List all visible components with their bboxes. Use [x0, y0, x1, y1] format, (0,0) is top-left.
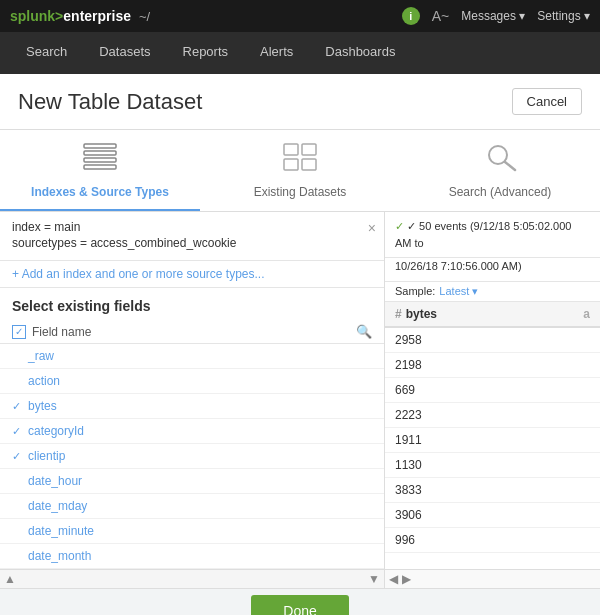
close-source-button[interactable]: × [368, 220, 376, 236]
svg-rect-2 [84, 158, 116, 162]
scroll-up-arrow[interactable]: ▲ [4, 572, 16, 586]
search-advanced-icon [482, 142, 518, 179]
tab-indexes-source-types[interactable]: Indexes & Source Types [0, 142, 200, 211]
field-item[interactable]: ✓ bytes [0, 394, 384, 419]
data-row[interactable]: 669 [385, 378, 600, 403]
page-title: New Table Dataset [18, 89, 202, 115]
field-name-label: Field name [32, 325, 91, 339]
field-item[interactable]: date_hour [0, 469, 384, 494]
left-scroll-bar: ▲ ▼ [0, 569, 384, 588]
sample-row: Sample: Latest ▾ [385, 282, 600, 302]
field-name-row: ✓ Field name 🔍 [0, 320, 384, 344]
done-button[interactable]: Done [251, 595, 348, 616]
messages-link[interactable]: Messages ▾ [461, 9, 525, 23]
field-item[interactable]: action [0, 369, 384, 394]
field-item[interactable]: date_month [0, 544, 384, 569]
info-icon[interactable]: i [402, 7, 420, 25]
col-bytes-header[interactable]: bytes [406, 307, 584, 321]
existing-datasets-icon [282, 142, 318, 179]
top-bar: splunk>enterprise ~/ i A~ Messages ▾ Set… [0, 0, 600, 32]
events-date-range: 10/26/18 7:10:56.000 AM) [385, 258, 600, 282]
field-search-icon[interactable]: 🔍 [356, 324, 372, 339]
data-rows: 2958 2198 669 2223 1911 1130 3833 3906 9… [385, 328, 600, 570]
tab-existing-datasets[interactable]: Existing Datasets [200, 142, 400, 211]
field-name-left: ✓ Field name [12, 325, 91, 339]
tab-label-existing: Existing Datasets [254, 185, 347, 199]
right-panel-scroll: ◀ ▶ [385, 569, 600, 588]
nav-item-alerts[interactable]: Alerts [244, 32, 309, 74]
main-area: index = main sourcetypes = access_combin… [0, 212, 600, 588]
scroll-down-arrow[interactable]: ▼ [368, 572, 380, 586]
svg-rect-7 [302, 159, 316, 170]
svg-rect-5 [302, 144, 316, 155]
source-info: index = main sourcetypes = access_combin… [0, 212, 384, 261]
add-index-link[interactable]: + Add an index and one or more source ty… [0, 261, 384, 288]
table-header-row: # bytes a [385, 302, 600, 328]
svg-rect-4 [284, 144, 298, 155]
left-panel: index = main sourcetypes = access_combin… [0, 212, 385, 588]
data-row[interactable]: 3833 [385, 478, 600, 503]
index-line: index = main [12, 220, 372, 234]
indexes-icon [82, 142, 118, 179]
data-row[interactable]: 2958 [385, 328, 600, 353]
field-item[interactable]: ✓ categoryId [0, 419, 384, 444]
tab-label-indexes: Indexes & Source Types [31, 185, 169, 199]
col-hash: # [395, 307, 402, 321]
data-row[interactable]: 3906 [385, 503, 600, 528]
tab-label-search: Search (Advanced) [449, 185, 552, 199]
nav-item-reports[interactable]: Reports [167, 32, 245, 74]
top-bar-left: splunk>enterprise ~/ [10, 8, 150, 24]
sample-dropdown[interactable]: Latest ▾ [439, 285, 478, 298]
sourcetype-line: sourcetypes = access_combined_wcookie [12, 236, 372, 250]
svg-rect-3 [84, 165, 116, 169]
data-row[interactable]: 1911 [385, 428, 600, 453]
field-item[interactable]: date_mday [0, 494, 384, 519]
scroll-left-icon[interactable]: ◀ [389, 572, 398, 586]
field-item[interactable]: _raw [0, 344, 384, 369]
cancel-button[interactable]: Cancel [512, 88, 582, 115]
data-row[interactable]: 2198 [385, 353, 600, 378]
tab-search-advanced[interactable]: Search (Advanced) [400, 142, 600, 211]
tabs-section: Indexes & Source Types Existing Datasets [0, 130, 600, 212]
data-row[interactable]: 2223 [385, 403, 600, 428]
nav-item-search[interactable]: Search [10, 32, 83, 74]
svg-rect-6 [284, 159, 298, 170]
fields-list[interactable]: _raw action ✓ bytes ✓ categoryId ✓ clien… [0, 344, 384, 569]
svg-line-9 [505, 162, 515, 170]
tab-icons: Indexes & Source Types Existing Datasets [0, 130, 600, 211]
nav-bar: Search Datasets Reports Alerts Dashboard… [0, 32, 600, 74]
select-all-checkbox[interactable]: ✓ [12, 325, 26, 339]
select-fields-header: Select existing fields [0, 288, 384, 320]
splunk-logo: splunk>enterprise [10, 8, 131, 24]
events-count: ✓ 50 events (9/12/18 5:05:02.000 AM to [395, 220, 571, 249]
activity-icon[interactable]: A~ [432, 8, 450, 24]
field-item[interactable]: ✓ clientip [0, 444, 384, 469]
col-extra-header: a [583, 307, 590, 321]
check-icon: ✓ [395, 220, 404, 232]
top-bar-right: i A~ Messages ▾ Settings ▾ [402, 7, 590, 25]
data-row[interactable]: 996 [385, 528, 600, 553]
settings-link[interactable]: Settings ▾ [537, 9, 590, 23]
field-item[interactable]: date_minute [0, 519, 384, 544]
events-info: ✓ ✓ 50 events (9/12/18 5:05:02.000 AM to [385, 212, 600, 258]
data-row[interactable]: 1130 [385, 453, 600, 478]
nav-item-datasets[interactable]: Datasets [83, 32, 166, 74]
nav-item-dashboards[interactable]: Dashboards [309, 32, 411, 74]
sample-label: Sample: [395, 285, 435, 297]
home-icon[interactable]: ~/ [139, 9, 150, 24]
page-header: New Table Dataset Cancel [0, 74, 600, 130]
svg-rect-0 [84, 144, 116, 148]
bottom-bar: Done [0, 588, 600, 615]
right-panel: ✓ ✓ 50 events (9/12/18 5:05:02.000 AM to… [385, 212, 600, 588]
scroll-right-icon[interactable]: ▶ [402, 572, 411, 586]
svg-rect-1 [84, 151, 116, 155]
